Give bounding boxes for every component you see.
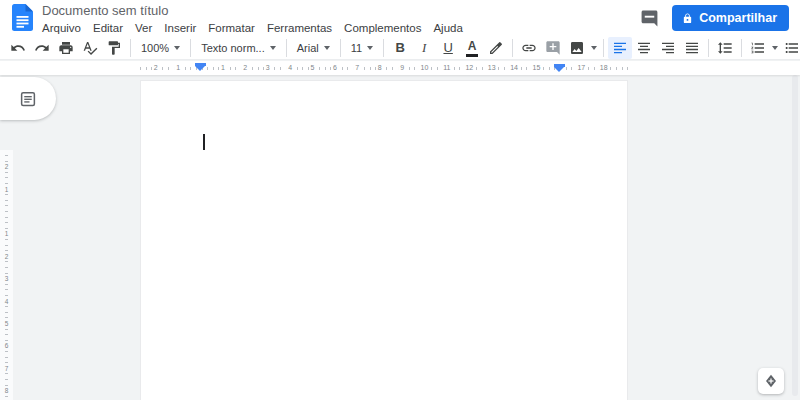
open-comments-icon[interactable] [639,8,659,28]
ruler-number: 3 [264,61,272,75]
menu-ajuda[interactable]: Ajuda [427,21,468,35]
redo-button[interactable] [30,37,54,59]
text-color-icon: A [466,38,478,57]
menu-inserir[interactable]: Inserir [158,21,202,35]
header-right: Compartilhar [639,0,789,36]
document-canvas: 211234567891011 [0,75,800,400]
ruler-number: 10 [419,61,431,75]
share-button[interactable]: Compartilhar [672,5,789,31]
ruler-number: 3 [0,275,13,283]
print-button[interactable] [54,37,78,59]
italic-button[interactable]: I [412,37,436,59]
numbered-list-dropdown-icon[interactable] [772,46,778,50]
vertical-scrollbar[interactable] [792,75,798,396]
font-value: Arial [297,42,319,54]
paint-format-button[interactable] [102,37,126,59]
align-right-button[interactable] [656,37,680,59]
toolbar-divider [286,39,287,57]
ruler-number: 17 [575,61,587,75]
ruler-number: 2 [152,61,160,75]
toolbar-divider [383,39,384,57]
styles-value: Texto norm... [201,42,265,54]
align-center-button[interactable] [632,37,656,59]
explore-diamond-icon [763,373,779,389]
horizontal-ruler[interactable]: 211234567891011121314151718 [0,61,800,75]
ruler-number: 7 [0,365,13,373]
ruler-number: 2 [241,61,249,75]
insert-image-button[interactable] [565,37,589,59]
zoom-value: 100% [141,42,169,54]
chevron-down-icon [367,46,373,50]
ruler-number: 2 [0,253,13,261]
font-size-value: 11 [351,42,362,54]
menubar: Arquivo Editar Ver Inserir Formatar Ferr… [36,21,469,35]
bold-button[interactable]: B [388,37,412,59]
title-block: Documento sem título Arquivo Editar Ver … [42,3,469,35]
image-dropdown-icon[interactable] [591,46,597,50]
toolbar: 100% Texto norm... Arial 11 B I U [0,36,800,60]
ruler-number: 1 [219,61,227,75]
ruler-number: 6 [331,61,339,75]
ruler-number: 8 [376,61,384,75]
toolbar-divider [340,39,341,57]
spellcheck-button[interactable] [78,37,102,59]
underline-label: U [443,37,452,59]
text-color-button[interactable]: A [460,37,484,59]
ruler-number: 1 [174,61,182,75]
ruler-number: 5 [309,61,317,75]
toolbar-divider [741,39,742,57]
toolbar-divider [512,39,513,57]
numbered-list-button[interactable] [746,37,770,59]
toolbar-divider [130,39,131,57]
ruler-number: 9 [398,61,406,75]
add-comment-button[interactable] [541,37,565,59]
undo-button[interactable] [6,37,30,59]
ruler-number: 14 [508,61,520,75]
highlight-color-button[interactable] [484,37,508,59]
font-family-select[interactable]: Arial [291,37,336,59]
chevron-down-icon [324,46,330,50]
ruler-number: 18 [598,61,610,75]
menu-arquivo[interactable]: Arquivo [36,21,87,35]
document-title[interactable]: Documento sem título [42,3,469,19]
justify-button[interactable] [680,37,704,59]
show-outline-button[interactable] [0,77,56,120]
header: Documento sem título Arquivo Editar Ver … [0,0,800,36]
text-cursor [203,134,205,150]
ruler-number: 12 [463,61,475,75]
chevron-down-icon [270,46,276,50]
highlighter-icon [488,40,504,56]
font-size-select[interactable]: 11 [345,37,379,59]
italic-label: I [422,37,426,59]
ruler-number: 1 [0,186,13,194]
menu-complementos[interactable]: Complementos [338,21,427,35]
document-page[interactable] [140,80,628,400]
line-spacing-button[interactable] [713,37,737,59]
ruler-number: 8 [0,387,13,395]
ruler-number: 5 [0,320,13,328]
zoom-select[interactable]: 100% [135,37,186,59]
menu-editar[interactable]: Editar [87,21,129,35]
bulleted-list-button[interactable] [780,37,800,59]
align-left-button[interactable] [608,37,632,59]
underline-button[interactable]: U [436,37,460,59]
vertical-ruler[interactable]: 211234567891011 [0,150,13,400]
docs-logo-icon[interactable] [12,4,33,31]
insert-link-button[interactable] [517,37,541,59]
menu-ver[interactable]: Ver [129,21,158,35]
google-docs-app: Documento sem título Arquivo Editar Ver … [0,0,800,400]
toolbar-divider [190,39,191,57]
lock-icon [682,13,693,24]
right-indent-marker[interactable] [554,64,565,72]
toolbar-divider [708,39,709,57]
ruler-number: 4 [0,298,13,306]
paragraph-styles-select[interactable]: Texto norm... [195,37,282,59]
ruler-number: 13 [486,61,498,75]
menu-formatar[interactable]: Formatar [202,21,261,35]
explore-button[interactable] [758,368,784,394]
menu-ferramentas[interactable]: Ferramentas [261,21,338,35]
chevron-down-icon [174,46,180,50]
ruler-number: 7 [353,61,361,75]
ruler-number: 6 [0,342,13,350]
left-indent-marker[interactable] [195,63,206,71]
